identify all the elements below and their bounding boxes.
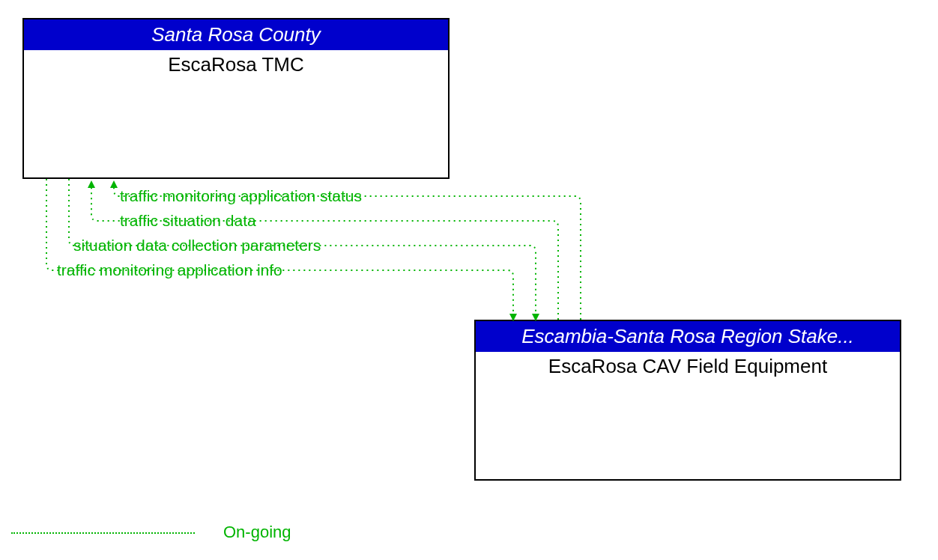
node-title-escarosa-tmc: EscaRosa TMC	[24, 50, 448, 76]
flow-label-traffic-situation-data: traffic situation data	[120, 212, 256, 230]
node-escarosa-cav-field-equipment: Escambia-Santa Rosa Region Stake... Esca…	[474, 320, 901, 481]
node-escarosa-tmc: Santa Rosa County EscaRosa TMC	[22, 18, 450, 179]
node-header-escambia-santa-rosa: Escambia-Santa Rosa Region Stake...	[476, 321, 900, 352]
flow-label-traffic-monitoring-application-info: traffic monitoring application info	[57, 261, 282, 279]
legend-line-ongoing	[11, 532, 195, 534]
flow-label-situation-data-collection-parameters: situation data collection parameters	[73, 237, 321, 255]
node-title-escarosa-cav: EscaRosa CAV Field Equipment	[476, 352, 900, 378]
node-header-santa-rosa-county: Santa Rosa County	[24, 19, 448, 50]
legend-label-ongoing: On-going	[223, 523, 291, 542]
flow-label-traffic-monitoring-application-status: traffic monitoring application status	[120, 187, 362, 205]
